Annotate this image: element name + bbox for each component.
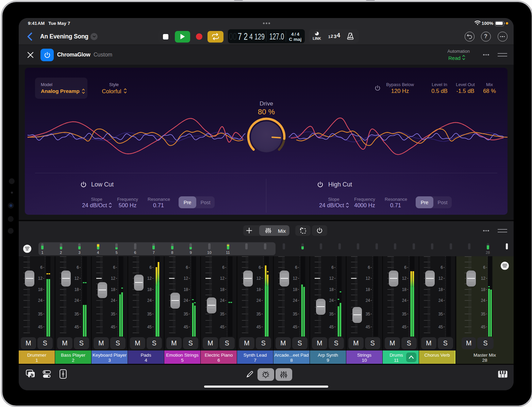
svg-text:24: 24 bbox=[220, 298, 225, 303]
svg-text:35: 35 bbox=[38, 312, 43, 316]
svg-text:12: 12 bbox=[329, 276, 334, 281]
svg-text:24: 24 bbox=[38, 298, 43, 303]
svg-text:35: 35 bbox=[147, 312, 152, 316]
svg-text:45: 45 bbox=[38, 325, 43, 329]
svg-text:18: 18 bbox=[74, 287, 79, 292]
svg-text:45: 45 bbox=[111, 325, 116, 329]
svg-text:12: 12 bbox=[220, 276, 225, 281]
svg-text:45: 45 bbox=[74, 325, 79, 329]
svg-text:6: 6 bbox=[149, 265, 152, 270]
svg-text:6: 6 bbox=[368, 265, 370, 270]
svg-text:6: 6 bbox=[222, 265, 225, 270]
svg-text:35: 35 bbox=[184, 312, 188, 316]
svg-text:35: 35 bbox=[293, 312, 298, 316]
svg-text:45: 45 bbox=[481, 325, 486, 329]
svg-text:45: 45 bbox=[147, 325, 152, 329]
svg-text:24: 24 bbox=[366, 298, 370, 303]
svg-text:12: 12 bbox=[438, 276, 443, 281]
svg-text:45: 45 bbox=[256, 325, 261, 329]
svg-text:18: 18 bbox=[402, 287, 407, 292]
svg-text:12: 12 bbox=[111, 276, 116, 281]
svg-text:24: 24 bbox=[402, 298, 407, 303]
svg-text:24: 24 bbox=[329, 298, 334, 303]
svg-text:6: 6 bbox=[404, 265, 406, 270]
svg-text:18: 18 bbox=[220, 287, 225, 292]
svg-text:12: 12 bbox=[74, 276, 79, 281]
svg-text:24: 24 bbox=[74, 298, 79, 303]
svg-text:35: 35 bbox=[74, 312, 79, 316]
svg-text:45: 45 bbox=[220, 325, 225, 329]
svg-text:12: 12 bbox=[481, 276, 486, 281]
svg-text:12: 12 bbox=[38, 276, 43, 281]
svg-text:6: 6 bbox=[186, 265, 188, 270]
svg-text:45: 45 bbox=[366, 325, 370, 329]
svg-text:45: 45 bbox=[329, 325, 334, 329]
svg-text:12: 12 bbox=[256, 276, 261, 281]
svg-text:24: 24 bbox=[256, 298, 261, 303]
svg-text:12: 12 bbox=[184, 276, 188, 281]
svg-text:24: 24 bbox=[147, 298, 152, 303]
svg-text:35: 35 bbox=[366, 312, 370, 316]
svg-text:45: 45 bbox=[438, 325, 443, 329]
svg-text:45: 45 bbox=[402, 325, 407, 329]
svg-text:18: 18 bbox=[147, 287, 152, 292]
svg-text:18: 18 bbox=[256, 287, 261, 292]
svg-text:12: 12 bbox=[293, 276, 298, 281]
svg-text:24: 24 bbox=[438, 298, 443, 303]
svg-text:35: 35 bbox=[481, 312, 486, 316]
svg-text:6: 6 bbox=[259, 265, 261, 270]
svg-text:24: 24 bbox=[481, 298, 486, 303]
svg-text:18: 18 bbox=[438, 287, 443, 292]
svg-text:35: 35 bbox=[438, 312, 443, 316]
svg-text:18: 18 bbox=[111, 287, 116, 292]
svg-text:18: 18 bbox=[366, 287, 370, 292]
svg-text:18: 18 bbox=[329, 287, 334, 292]
svg-text:12: 12 bbox=[402, 276, 407, 281]
svg-text:6: 6 bbox=[113, 265, 115, 270]
svg-text:18: 18 bbox=[38, 287, 43, 292]
svg-text:35: 35 bbox=[220, 312, 225, 316]
svg-text:35: 35 bbox=[329, 312, 334, 316]
svg-text:24: 24 bbox=[184, 298, 188, 303]
svg-text:18: 18 bbox=[481, 287, 486, 292]
svg-text:12: 12 bbox=[147, 276, 152, 281]
svg-text:6: 6 bbox=[483, 265, 485, 270]
svg-text:18: 18 bbox=[184, 287, 188, 292]
svg-text:18: 18 bbox=[293, 287, 298, 292]
svg-text:35: 35 bbox=[111, 312, 116, 316]
svg-text:24: 24 bbox=[111, 298, 116, 303]
svg-text:6: 6 bbox=[295, 265, 297, 270]
svg-text:6: 6 bbox=[40, 265, 43, 270]
svg-text:35: 35 bbox=[402, 312, 407, 316]
svg-text:6: 6 bbox=[440, 265, 443, 270]
svg-text:24: 24 bbox=[293, 298, 298, 303]
svg-text:45: 45 bbox=[293, 325, 298, 329]
svg-text:12: 12 bbox=[366, 276, 370, 281]
svg-text:45: 45 bbox=[184, 325, 188, 329]
svg-text:6: 6 bbox=[77, 265, 79, 270]
svg-text:6: 6 bbox=[331, 265, 334, 270]
svg-text:35: 35 bbox=[256, 312, 261, 316]
